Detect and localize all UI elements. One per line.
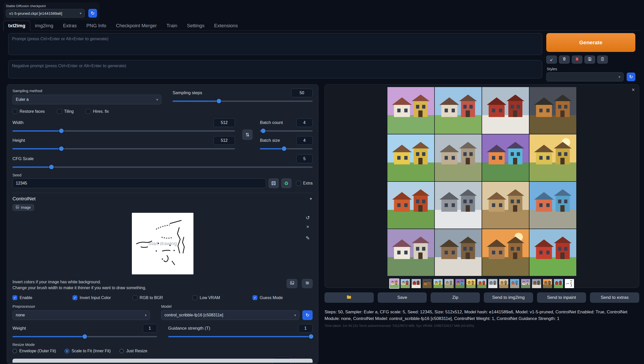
- cfg-scale-slider[interactable]: [12, 165, 313, 169]
- gallery-thumbnail[interactable]: [510, 278, 520, 289]
- radio-just-resize[interactable]: Just Resize: [119, 349, 147, 353]
- prompt-input[interactable]: [8, 33, 542, 55]
- guidance-strength-slider[interactable]: [168, 334, 313, 339]
- height-slider[interactable]: [12, 146, 235, 151]
- gallery-thumbnail[interactable]: [389, 278, 399, 289]
- gallery-image[interactable]: [387, 182, 434, 229]
- tab-train[interactable]: Train: [162, 21, 182, 31]
- generate-button[interactable]: Generate: [546, 33, 635, 52]
- refresh-styles-button[interactable]: ↻: [627, 73, 635, 81]
- sampling-steps-value[interactable]: [291, 89, 313, 97]
- tab-checkpoint-merger[interactable]: Checkpoint Merger: [111, 21, 162, 31]
- cfg-scale-value[interactable]: [296, 155, 313, 163]
- canvas-settings-button[interactable]: [302, 279, 313, 288]
- gallery-image[interactable]: [529, 87, 576, 134]
- gallery-thumbnail[interactable]: [400, 278, 410, 289]
- clear-prompt-button[interactable]: [559, 55, 570, 64]
- send-to-img2img-button[interactable]: Send to img2img: [484, 292, 533, 303]
- slider-handle[interactable]: [59, 129, 64, 133]
- random-seed-button[interactable]: ⚄: [269, 178, 279, 188]
- gallery-image[interactable]: [529, 134, 576, 181]
- gallery-image[interactable]: [482, 87, 529, 134]
- gallery-thumbnail[interactable]: [542, 278, 553, 289]
- batch-size-slider[interactable]: [260, 146, 313, 151]
- batch-count-value[interactable]: [296, 118, 313, 127]
- gallery-image[interactable]: [435, 229, 482, 276]
- height-value[interactable]: [214, 136, 235, 145]
- checkbox-low-vram[interactable]: Low VRAM: [192, 295, 253, 300]
- gallery-image[interactable]: [529, 182, 576, 229]
- tab-settings[interactable]: Settings: [182, 21, 209, 31]
- controlnet-image-tab[interactable]: Image: [12, 204, 34, 211]
- checkbox-tiling[interactable]: Tiling: [57, 109, 74, 114]
- gallery-image[interactable]: [482, 182, 529, 229]
- send-to-extras-button[interactable]: Send to extras: [590, 292, 639, 303]
- gallery-thumbnail[interactable]: [455, 278, 465, 289]
- gallery-image[interactable]: [482, 134, 529, 181]
- open-folder-button[interactable]: [325, 292, 374, 303]
- refresh-models-button[interactable]: ↻: [302, 310, 313, 320]
- slider-handle[interactable]: [49, 165, 54, 169]
- tab-txt2img[interactable]: txt2img: [3, 21, 30, 31]
- gallery-image[interactable]: [435, 134, 482, 181]
- checkpoint-dropdown[interactable]: v1-5-pruned.ckpt [e1441589a6] ▾: [6, 9, 85, 18]
- seed-input[interactable]: [12, 178, 266, 188]
- checkbox-restore-faces[interactable]: Restore faces: [12, 109, 45, 114]
- extra-networks-button[interactable]: [572, 55, 582, 64]
- gallery-thumbnail[interactable]: [422, 278, 432, 289]
- undo-icon[interactable]: ↺: [304, 214, 311, 221]
- batch-size-value[interactable]: [296, 136, 313, 145]
- gallery-image[interactable]: [435, 182, 482, 229]
- gallery-thumbnail-scribble[interactable]: [564, 278, 575, 289]
- gallery-image[interactable]: [387, 87, 434, 134]
- refresh-checkpoint-button[interactable]: ↻: [88, 9, 97, 18]
- paste-params-button[interactable]: ↙: [546, 55, 557, 64]
- tab-extras[interactable]: Extras: [58, 21, 81, 31]
- checkbox-enable[interactable]: Enable: [12, 295, 73, 300]
- radio-scale-to-fit-inner-fit[interactable]: Scale to Fit (Inner Fit): [65, 349, 111, 353]
- checkbox-hires-fix[interactable]: Hires. fix: [86, 109, 109, 114]
- slider-handle[interactable]: [261, 129, 265, 133]
- gallery-thumbnail[interactable]: [499, 278, 509, 289]
- gallery-thumbnail[interactable]: [553, 278, 564, 289]
- gallery-thumbnail[interactable]: [444, 278, 454, 289]
- checkbox-extra-seed[interactable]: Extra: [296, 181, 313, 186]
- styles-dropdown[interactable]: ▾: [546, 72, 624, 81]
- close-gallery-button[interactable]: ×: [632, 87, 635, 93]
- sampling-method-dropdown[interactable]: Euler a ▾: [12, 95, 161, 104]
- gallery-thumbnail[interactable]: [466, 278, 476, 289]
- brush-icon[interactable]: ✎: [304, 235, 311, 241]
- tab-img2img[interactable]: img2img: [30, 21, 58, 31]
- gallery-thumbnail[interactable]: [521, 278, 531, 289]
- preprocessor-dropdown[interactable]: none ▾: [12, 310, 150, 320]
- gallery-thumbnail[interactable]: [411, 278, 421, 289]
- gallery-thumbnail[interactable]: [477, 278, 487, 289]
- slider-handle[interactable]: [82, 334, 87, 339]
- script-dropdown-bar[interactable]: [12, 359, 313, 363]
- controlnet-accordion-header[interactable]: ControlNet ▼: [12, 196, 313, 202]
- sampling-steps-slider[interactable]: [173, 99, 313, 103]
- radio-envelope-outer-fit[interactable]: Envelope (Outer Fit): [12, 349, 56, 353]
- weight-slider[interactable]: [12, 334, 157, 339]
- save-style-button[interactable]: [584, 55, 595, 64]
- width-slider[interactable]: [12, 129, 235, 133]
- negative-prompt-input[interactable]: [8, 60, 542, 78]
- gallery-thumbnail[interactable]: [531, 278, 542, 289]
- send-to-inpaint-button[interactable]: Send to inpaint: [537, 292, 586, 303]
- apply-style-button[interactable]: [597, 55, 608, 64]
- slider-handle[interactable]: [217, 99, 221, 103]
- clear-canvas-icon[interactable]: ×: [304, 223, 311, 230]
- width-value[interactable]: [214, 118, 235, 127]
- save-button[interactable]: Save: [378, 292, 427, 303]
- gallery-image[interactable]: [435, 87, 482, 134]
- gallery-image[interactable]: [482, 229, 529, 276]
- zip-button[interactable]: Zip: [431, 292, 480, 303]
- guidance-strength-value[interactable]: [298, 324, 313, 333]
- gallery-image[interactable]: [529, 229, 576, 276]
- weight-value[interactable]: [143, 324, 157, 333]
- checkbox-guess-mode[interactable]: Guess Mode: [253, 295, 313, 300]
- slider-handle[interactable]: [59, 146, 64, 151]
- checkbox-rgb-to-bgr[interactable]: RGB to BGR: [133, 295, 193, 300]
- slider-handle[interactable]: [309, 334, 313, 339]
- gallery-thumbnail[interactable]: [488, 278, 498, 289]
